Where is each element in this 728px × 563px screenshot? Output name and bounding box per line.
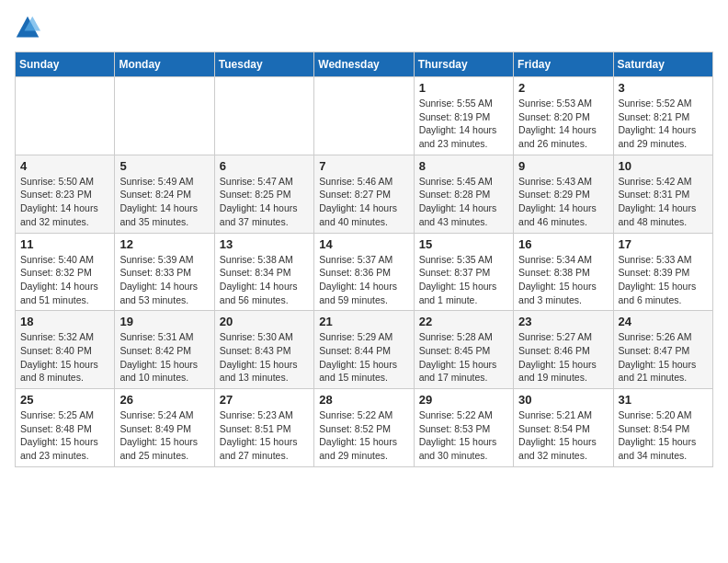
day-info: Sunrise: 5:21 AM Sunset: 8:54 PM Dayligh… [518,408,608,463]
day-info: Sunrise: 5:47 AM Sunset: 8:25 PM Dayligh… [220,175,309,229]
weekday-header: Saturday [613,52,712,77]
day-number: 31 [619,393,708,407]
day-info: Sunrise: 5:32 AM Sunset: 8:40 PM Dayligh… [20,330,109,385]
day-info: Sunrise: 5:26 AM Sunset: 8:47 PM Dayligh… [619,330,708,385]
calendar-cell: 13Sunrise: 5:38 AM Sunset: 8:34 PM Dayli… [214,233,313,311]
day-info: Sunrise: 5:46 AM Sunset: 8:27 PM Dayligh… [319,175,408,229]
calendar-cell: 28Sunrise: 5:22 AM Sunset: 8:52 PM Dayli… [314,389,414,467]
day-number: 26 [119,393,209,407]
calendar-cell: 19Sunrise: 5:31 AM Sunset: 8:42 PM Dayli… [115,311,214,389]
calendar-cell: 21Sunrise: 5:29 AM Sunset: 8:44 PM Dayli… [314,311,414,389]
calendar-cell: 22Sunrise: 5:28 AM Sunset: 8:45 PM Dayli… [414,311,513,389]
day-info: Sunrise: 5:22 AM Sunset: 8:53 PM Dayligh… [419,408,508,463]
calendar-cell: 2Sunrise: 5:53 AM Sunset: 8:20 PM Daylig… [514,77,613,155]
calendar-cell: 26Sunrise: 5:24 AM Sunset: 8:49 PM Dayli… [115,389,214,467]
day-info: Sunrise: 5:50 AM Sunset: 8:23 PM Dayligh… [20,175,109,229]
day-number: 12 [119,237,209,251]
calendar-cell: 4Sunrise: 5:50 AM Sunset: 8:23 PM Daylig… [16,155,115,233]
day-info: Sunrise: 5:53 AM Sunset: 8:20 PM Dayligh… [518,97,608,151]
day-number: 30 [518,393,608,407]
calendar-cell: 8Sunrise: 5:45 AM Sunset: 8:28 PM Daylig… [414,155,513,233]
calendar-week-row: 18Sunrise: 5:32 AM Sunset: 8:40 PM Dayli… [16,311,713,389]
day-info: Sunrise: 5:37 AM Sunset: 8:36 PM Dayligh… [319,253,408,307]
calendar-cell: 12Sunrise: 5:39 AM Sunset: 8:33 PM Dayli… [115,233,214,311]
calendar-cell: 7Sunrise: 5:46 AM Sunset: 8:27 PM Daylig… [314,155,414,233]
day-number: 18 [20,315,109,328]
day-info: Sunrise: 5:28 AM Sunset: 8:45 PM Dayligh… [419,330,508,385]
weekday-header: Thursday [414,52,513,77]
day-number: 6 [220,159,309,173]
day-info: Sunrise: 5:29 AM Sunset: 8:44 PM Dayligh… [319,330,408,385]
day-info: Sunrise: 5:42 AM Sunset: 8:31 PM Dayligh… [619,175,708,229]
day-number: 5 [119,159,209,173]
day-info: Sunrise: 5:35 AM Sunset: 8:37 PM Dayligh… [419,253,508,307]
calendar-week-row: 1Sunrise: 5:55 AM Sunset: 8:19 PM Daylig… [16,77,713,155]
day-info: Sunrise: 5:25 AM Sunset: 8:48 PM Dayligh… [20,408,109,463]
day-number: 25 [20,393,109,407]
calendar-week-row: 25Sunrise: 5:25 AM Sunset: 8:48 PM Dayli… [16,389,713,467]
calendar-cell: 29Sunrise: 5:22 AM Sunset: 8:53 PM Dayli… [414,389,513,467]
day-number: 9 [518,159,608,173]
day-number: 24 [619,315,708,328]
calendar-cell: 17Sunrise: 5:33 AM Sunset: 8:39 PM Dayli… [613,233,712,311]
day-number: 4 [20,159,109,173]
day-number: 3 [619,81,708,95]
day-number: 2 [518,81,608,95]
calendar-cell: 3Sunrise: 5:52 AM Sunset: 8:21 PM Daylig… [613,77,712,155]
calendar-cell: 10Sunrise: 5:42 AM Sunset: 8:31 PM Dayli… [613,155,712,233]
day-info: Sunrise: 5:55 AM Sunset: 8:19 PM Dayligh… [419,97,508,151]
day-info: Sunrise: 5:22 AM Sunset: 8:52 PM Dayligh… [319,408,408,463]
day-info: Sunrise: 5:40 AM Sunset: 8:32 PM Dayligh… [20,253,109,307]
logo-icon [15,15,40,40]
day-number: 1 [419,81,508,95]
weekday-header-row: SundayMondayTuesdayWednesdayThursdayFrid… [16,52,713,77]
day-info: Sunrise: 5:27 AM Sunset: 8:46 PM Dayligh… [518,330,608,385]
day-info: Sunrise: 5:30 AM Sunset: 8:43 PM Dayligh… [220,330,309,385]
logo [15,15,44,40]
calendar-cell: 1Sunrise: 5:55 AM Sunset: 8:19 PM Daylig… [414,77,513,155]
calendar-cell: 31Sunrise: 5:20 AM Sunset: 8:54 PM Dayli… [613,389,712,467]
day-number: 10 [619,159,708,173]
calendar-cell: 27Sunrise: 5:23 AM Sunset: 8:51 PM Dayli… [214,389,313,467]
calendar-cell: 16Sunrise: 5:34 AM Sunset: 8:38 PM Dayli… [514,233,613,311]
weekday-header: Monday [115,52,214,77]
page-header [15,15,713,40]
calendar-cell: 24Sunrise: 5:26 AM Sunset: 8:47 PM Dayli… [613,311,712,389]
calendar-cell: 15Sunrise: 5:35 AM Sunset: 8:37 PM Dayli… [414,233,513,311]
weekday-header: Tuesday [214,52,313,77]
day-info: Sunrise: 5:34 AM Sunset: 8:38 PM Dayligh… [518,253,608,307]
calendar-cell: 30Sunrise: 5:21 AM Sunset: 8:54 PM Dayli… [514,389,613,467]
day-number: 27 [220,393,309,407]
weekday-header: Friday [514,52,613,77]
calendar-cell: 11Sunrise: 5:40 AM Sunset: 8:32 PM Dayli… [16,233,115,311]
day-number: 15 [419,237,508,251]
day-number: 7 [319,159,408,173]
day-info: Sunrise: 5:49 AM Sunset: 8:24 PM Dayligh… [119,175,209,229]
day-number: 8 [419,159,508,173]
day-number: 29 [419,393,508,407]
day-number: 14 [319,237,408,251]
calendar-cell: 25Sunrise: 5:25 AM Sunset: 8:48 PM Dayli… [16,389,115,467]
day-number: 22 [419,315,508,328]
day-info: Sunrise: 5:20 AM Sunset: 8:54 PM Dayligh… [619,408,708,463]
day-number: 28 [319,393,408,407]
calendar-cell [314,77,414,155]
day-info: Sunrise: 5:23 AM Sunset: 8:51 PM Dayligh… [220,408,309,463]
calendar-cell [214,77,313,155]
calendar-week-row: 11Sunrise: 5:40 AM Sunset: 8:32 PM Dayli… [16,233,713,311]
day-info: Sunrise: 5:38 AM Sunset: 8:34 PM Dayligh… [220,253,309,307]
weekday-header: Sunday [16,52,115,77]
day-number: 21 [319,315,408,328]
day-info: Sunrise: 5:39 AM Sunset: 8:33 PM Dayligh… [119,253,209,307]
day-number: 17 [619,237,708,251]
day-info: Sunrise: 5:45 AM Sunset: 8:28 PM Dayligh… [419,175,508,229]
day-info: Sunrise: 5:24 AM Sunset: 8:49 PM Dayligh… [119,408,209,463]
calendar-cell: 18Sunrise: 5:32 AM Sunset: 8:40 PM Dayli… [16,311,115,389]
day-info: Sunrise: 5:52 AM Sunset: 8:21 PM Dayligh… [619,97,708,151]
calendar-cell: 23Sunrise: 5:27 AM Sunset: 8:46 PM Dayli… [514,311,613,389]
calendar-cell [115,77,214,155]
calendar-cell: 20Sunrise: 5:30 AM Sunset: 8:43 PM Dayli… [214,311,313,389]
day-info: Sunrise: 5:43 AM Sunset: 8:29 PM Dayligh… [518,175,608,229]
calendar-table: SundayMondayTuesdayWednesdayThursdayFrid… [15,52,713,467]
calendar-cell: 14Sunrise: 5:37 AM Sunset: 8:36 PM Dayli… [314,233,414,311]
